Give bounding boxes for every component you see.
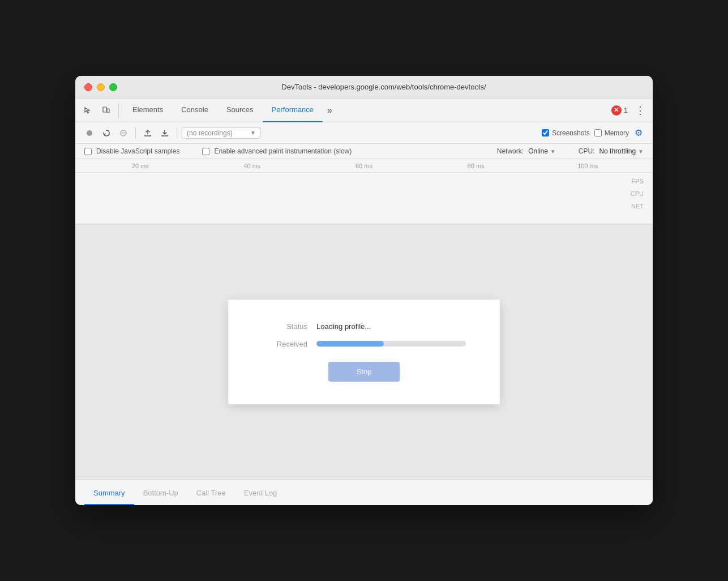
timeline-area: 20 ms 40 ms 60 ms 80 ms 100 ms FPS CPU N… [75,159,653,224]
bottom-tab-event-log[interactable]: Event Log [235,489,286,505]
devtools-menu-button[interactable]: ⋮ [632,102,648,118]
advanced-paint-option: Enable advanced paint instrumentation (s… [202,147,352,155]
ruler-mark-40: 40 ms [196,163,309,169]
error-indicator: ✕ 1 [611,105,628,116]
bottom-tab-call-tree[interactable]: Call Tree [187,489,235,505]
recordings-dropdown[interactable]: (no recordings) ▼ [182,127,261,139]
timeline-tracks: FPS CPU NET [75,173,653,215]
progress-bar [316,341,466,347]
ruler-mark-60: 60 ms [308,163,420,169]
status-key: Status [262,322,307,331]
minimize-button[interactable] [97,83,105,91]
error-icon: ✕ [611,105,622,116]
memory-checkbox[interactable] [594,129,602,136]
maximize-button[interactable] [109,83,117,91]
options-bar: Disable JavaScript samples Enable advanc… [75,144,653,159]
toolbar-divider-2 [177,127,177,139]
devtools-window: DevTools - developers.google.com/web/too… [75,76,653,505]
bottom-tab-summary[interactable]: Summary [84,489,134,505]
tab-elements[interactable]: Elements [123,99,172,122]
window-title: DevTools - developers.google.com/web/too… [124,83,644,91]
network-dropdown-arrow-icon: ▼ [550,148,556,155]
advanced-paint-checkbox[interactable] [202,148,209,155]
svg-rect-0 [103,107,106,112]
cpu-dropdown-arrow-icon: ▼ [638,148,644,155]
error-count: 1 [624,106,628,114]
tab-more-button[interactable]: » [323,99,337,122]
performance-settings-button[interactable]: ⚙ [631,126,646,140]
title-bar: DevTools - developers.google.com/web/too… [75,76,653,99]
bottom-tab-bottom-up[interactable]: Bottom-Up [134,489,187,505]
cpu-option: CPU: No throttling ▼ [579,147,644,155]
device-mode-icon[interactable] [98,102,114,118]
network-dropdown[interactable]: Online ▼ [528,147,556,155]
status-value: Loading profile... [316,322,371,331]
cpu-dropdown[interactable]: No throttling ▼ [599,147,644,155]
tab-performance[interactable]: Performance [263,99,323,122]
ruler-mark-20: 20 ms [84,163,196,169]
screenshots-checkbox-label[interactable]: Screenshots [542,129,590,137]
timeline-ruler: 20 ms 40 ms 60 ms 80 ms 100 ms [75,159,653,173]
received-key: Received [262,340,307,348]
cpu-track: CPU [84,187,644,200]
fps-label: FPS [621,178,644,185]
stop-recording-button[interactable] [116,126,131,140]
reload-button[interactable] [99,126,114,140]
network-option: Network: Online ▼ [497,147,556,155]
cpu-label: CPU [621,190,644,197]
disable-js-checkbox[interactable] [84,148,92,155]
toolbar-right: Screenshots Memory [542,129,629,137]
toolbar-divider-1 [135,127,136,139]
net-track: NET [84,200,644,212]
ruler-marks: 20 ms 40 ms 60 ms 80 ms 100 ms [84,163,644,169]
progress-row: Received [262,340,466,348]
traffic-lights [84,83,117,91]
main-content: Status Loading profile... Received Stop [75,224,653,479]
upload-button[interactable] [140,126,155,140]
ruler-mark-100: 100 ms [532,163,644,169]
tab-sources[interactable]: Sources [217,99,263,122]
ruler-mark-80: 80 ms [420,163,532,169]
tab-console[interactable]: Console [172,99,217,122]
svg-rect-1 [107,109,109,113]
devtools-icon-group [80,102,119,118]
fps-track: FPS [84,175,644,187]
toolbar: (no recordings) ▼ Screenshots Memory ⚙ [75,122,653,144]
status-row: Status Loading profile... [262,322,466,331]
close-button[interactable] [84,83,92,91]
tabs-bar: Elements Console Sources Performance » ✕… [75,99,653,122]
stop-button[interactable]: Stop [328,362,400,382]
dropdown-arrow-icon: ▼ [250,130,256,136]
memory-checkbox-label[interactable]: Memory [594,129,629,137]
select-mode-icon[interactable] [80,102,96,118]
disable-js-option: Disable JavaScript samples [84,147,179,155]
screenshots-checkbox[interactable] [542,129,549,136]
progress-bar-fill [316,341,384,347]
download-button[interactable] [157,126,172,140]
record-button[interactable] [82,126,97,140]
loading-dialog: Status Loading profile... Received Stop [228,300,500,404]
svg-point-2 [87,130,92,136]
bottom-tabs: Summary Bottom-Up Call Tree Event Log [75,479,653,505]
net-label: NET [621,203,644,210]
